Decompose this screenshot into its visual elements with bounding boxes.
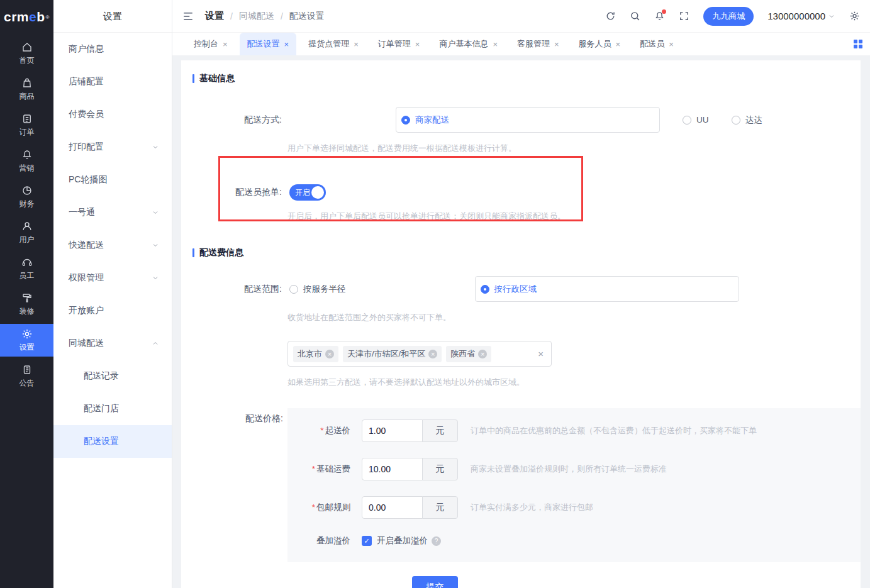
order-icon	[21, 113, 33, 125]
sidebar-item-finance[interactable]: 财务	[0, 180, 53, 213]
sidebar-item-decorate[interactable]: 装修	[0, 288, 53, 321]
submit-row: 提交	[181, 576, 861, 588]
region-select[interactable]: 北京市 天津市/市辖区/和平区 陕西省	[287, 341, 552, 367]
submenu-item-permissions[interactable]: 权限管理	[53, 262, 172, 294]
account-phone[interactable]: 13000000000	[767, 11, 835, 21]
tab-close-icon[interactable]: ×	[354, 40, 359, 48]
delivery-range-label: 配送范围:	[181, 284, 282, 295]
settings-gear-icon[interactable]	[849, 11, 860, 21]
gear-icon	[21, 328, 33, 340]
delivery-method-label: 配送方式:	[181, 114, 282, 126]
help-question-icon[interactable]	[432, 536, 441, 546]
grab-order-toggle[interactable]: 开启	[289, 184, 326, 201]
submenu-item-store-config[interactable]: 店铺配置	[53, 65, 172, 98]
surcharge-checkbox-label[interactable]: 开启叠加溢价	[377, 535, 428, 546]
sidebar-item-goods[interactable]: 商品	[0, 73, 53, 106]
radio-admin-region[interactable]: 按行政区域	[475, 276, 739, 302]
breadcrumb-settings[interactable]: 设置	[205, 10, 224, 22]
radio-service-radius[interactable]: 按服务半径	[289, 284, 346, 295]
tab-pickup-points[interactable]: 提货点管理×	[301, 33, 366, 55]
remove-tag-icon[interactable]	[428, 350, 437, 358]
sidebar-item-notice[interactable]: 公告	[0, 360, 53, 392]
goods-icon	[21, 77, 33, 89]
sidebar-item-settings[interactable]: 设置	[0, 324, 53, 357]
tab-close-icon[interactable]: ×	[284, 40, 289, 48]
tab-close-icon[interactable]: ×	[554, 40, 559, 48]
chevron-down-icon	[152, 241, 159, 249]
radio-on-icon	[401, 116, 410, 125]
sidebar-item-staff[interactable]: 员工	[0, 252, 53, 285]
tab-merchant-basic-info[interactable]: 商户基本信息×	[432, 33, 505, 55]
collapse-menu-icon[interactable]	[182, 11, 194, 22]
chevron-down-icon	[152, 274, 159, 282]
breadcrumb-delivery-settings[interactable]: 配送设置	[289, 11, 325, 22]
submenu-item-merchant-info[interactable]: 商户信息	[53, 33, 172, 65]
store-badge[interactable]: 九九商城	[703, 7, 754, 26]
sidebar-item-orders[interactable]: 订单	[0, 109, 53, 141]
min-order-price-input[interactable]	[362, 419, 423, 442]
chevron-down-icon	[828, 13, 835, 20]
tab-order-management[interactable]: 订单管理×	[371, 33, 428, 55]
remove-tag-icon[interactable]	[325, 350, 334, 358]
min-order-price-label: 起送价	[306, 425, 350, 436]
sidebar-item-home[interactable]: 首页	[0, 37, 53, 70]
submenu-item-delivery-records[interactable]: 配送记录	[53, 360, 172, 392]
tab-console[interactable]: 控制台×	[186, 33, 235, 55]
submenu-item-delivery-stores[interactable]: 配送门店	[53, 392, 172, 425]
tab-close-icon[interactable]: ×	[415, 40, 420, 48]
tab-close-icon[interactable]: ×	[223, 40, 228, 48]
refresh-icon[interactable]	[605, 11, 616, 21]
header-actions: 九九商城 13000000000	[605, 7, 860, 26]
submenu-item-express-delivery[interactable]: 快递配送	[53, 229, 172, 262]
tab-delivery-staff[interactable]: 配送员×	[632, 33, 681, 55]
section-title-basic: 基础信息	[192, 73, 861, 84]
submenu-item-yihaotong[interactable]: 一号通	[53, 196, 172, 229]
min-order-price-desc: 订单中的商品在优惠前的总金额（不包含运费）低于起送价时，买家将不能下单	[471, 425, 757, 436]
breadcrumb-city-delivery[interactable]: 同城配送	[239, 11, 274, 22]
main-content-area: 基础信息 配送方式: 商家配送 UU 达达 用户下单选择同城配送，配送费用统一根…	[172, 55, 870, 588]
submenu-item-open-account[interactable]: 开放账户	[53, 294, 172, 327]
settings-submenu: 设置 商户信息 店铺配置 付费会员 打印配置 PC轮播图 一号通 快递配送 权限…	[53, 0, 172, 588]
radio-merchant-delivery[interactable]: 商家配送	[396, 107, 660, 133]
submenu-item-paid-member[interactable]: 付费会员	[53, 98, 172, 131]
unit-yuan: 元	[422, 458, 458, 480]
chevron-down-icon	[152, 209, 159, 216]
tab-delivery-settings[interactable]: 配送设置×	[240, 33, 297, 55]
notification-bell-icon[interactable]	[654, 11, 665, 21]
radio-dada[interactable]: 达达	[732, 114, 762, 126]
search-icon[interactable]	[630, 11, 640, 21]
free-shipping-rule-row: 包邮规则 元 订单实付满多少元，商家进行包邮	[306, 496, 861, 519]
free-shipping-rule-input[interactable]	[362, 496, 423, 519]
tab-service-staff[interactable]: 服务人员×	[571, 33, 628, 55]
grab-order-label: 配送员抢单:	[181, 187, 282, 198]
fullscreen-icon[interactable]	[679, 11, 689, 21]
bell-icon	[21, 149, 33, 160]
toggle-knob	[311, 186, 324, 199]
app-logo[interactable]: crmeb®	[0, 0, 53, 34]
sidebar-item-users[interactable]: 用户	[0, 216, 53, 249]
delivery-method-row: 配送方式: 商家配送 UU 达达	[181, 107, 861, 133]
remove-tag-icon[interactable]	[478, 350, 487, 358]
submit-button[interactable]: 提交	[412, 576, 458, 588]
submenu-item-pc-banner[interactable]: PC轮播图	[53, 164, 172, 196]
tab-customer-service[interactable]: 客服管理×	[510, 33, 567, 55]
tab-close-icon[interactable]: ×	[616, 40, 621, 48]
radio-off-icon	[683, 116, 691, 125]
tab-list-grid-icon[interactable]	[854, 40, 862, 48]
logo-text: crm	[4, 9, 29, 25]
home-icon	[21, 42, 33, 53]
sidebar-item-marketing[interactable]: 营销	[0, 145, 53, 177]
min-order-price-row: 起送价 元 订单中的商品在优惠前的总金额（不包含运费）低于起送价时，买家将不能下…	[306, 419, 861, 442]
tab-close-icon[interactable]: ×	[493, 40, 498, 48]
radio-uu[interactable]: UU	[683, 115, 709, 125]
submenu-item-print-config[interactable]: 打印配置	[53, 131, 172, 164]
base-freight-desc: 商家未设置叠加溢价规则时，则所有订单统一运费标准	[471, 463, 667, 475]
tab-close-icon[interactable]: ×	[669, 40, 674, 48]
primary-sidebar: crmeb® 首页 商品 订单 营销 财务 用户 员工 装修 设置 公告	[0, 0, 53, 588]
surcharge-checkbox[interactable]	[362, 536, 372, 546]
submenu-item-delivery-settings[interactable]: 配送设置	[53, 425, 172, 458]
clear-select-icon[interactable]	[538, 348, 544, 359]
region-tag: 北京市	[293, 346, 338, 362]
submenu-item-city-delivery[interactable]: 同城配送	[53, 327, 172, 360]
base-freight-input[interactable]	[362, 458, 423, 480]
